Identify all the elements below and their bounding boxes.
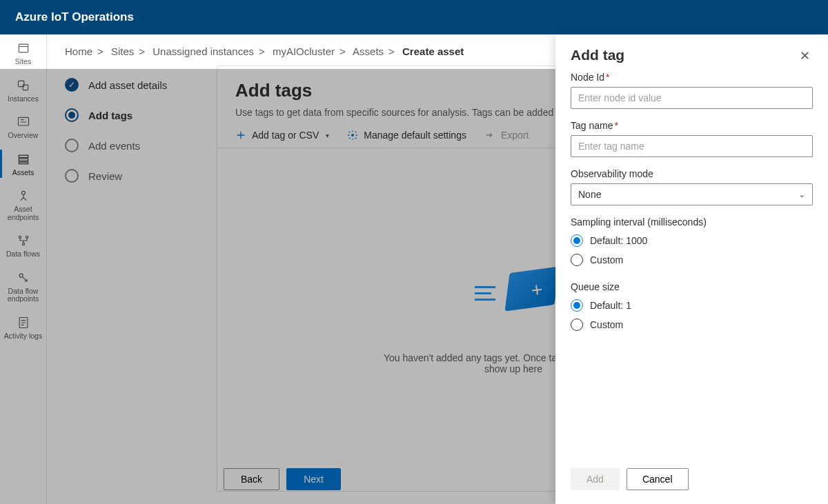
endpoint-icon	[17, 189, 30, 203]
assets-icon	[17, 152, 30, 166]
radio-label: Default: 1000	[590, 235, 647, 246]
svg-point-10	[22, 243, 24, 245]
rail-label: Instances	[8, 95, 39, 103]
svg-rect-6	[19, 162, 28, 164]
step-label: Add tags	[88, 110, 132, 121]
crumb-unassigned[interactable]: Unassigned instances	[152, 46, 254, 57]
app-title: Azure IoT Operations	[15, 10, 134, 24]
chevron-down-icon: ⌄	[798, 190, 805, 199]
step-label: Add events	[88, 140, 140, 152]
plus-icon	[235, 130, 246, 141]
rail-assets[interactable]: Assets	[0, 145, 46, 183]
crumb-home[interactable]: Home	[65, 46, 92, 57]
radio-label: Custom	[590, 319, 623, 330]
rail-activity-logs[interactable]: Activity logs	[0, 309, 46, 346]
select-value: None	[578, 189, 601, 200]
step-add-events[interactable]: Add events	[65, 139, 217, 152]
queue-custom-radio[interactable]: Custom	[571, 319, 813, 331]
export-icon	[484, 130, 495, 141]
svg-point-13	[351, 134, 354, 137]
rail-label: Overview	[8, 132, 39, 140]
check-icon	[65, 78, 79, 92]
tag-name-label: Tag name*	[571, 120, 813, 131]
crumb-sites[interactable]: Sites	[111, 46, 134, 57]
map-icon	[17, 41, 30, 55]
radio-empty-icon	[65, 139, 79, 152]
cancel-button[interactable]: Cancel	[627, 468, 689, 490]
rail-instances[interactable]: Instances	[0, 72, 46, 109]
export-button: Export	[484, 130, 529, 141]
svg-rect-5	[19, 159, 28, 161]
queue-default-radio[interactable]: Default: 1	[571, 299, 813, 312]
rail-overview[interactable]: Overview	[0, 108, 46, 145]
rail-data-flows[interactable]: Data flows	[0, 227, 46, 264]
rail-label: Data flows	[6, 250, 40, 259]
add-tag-panel: Add tag ✕ Node Id* Tag name* Observabili…	[555, 34, 828, 504]
observability-select[interactable]: None ⌄	[571, 183, 813, 205]
step-label: Add asset details	[88, 79, 167, 91]
left-rail: Sites Instances Overview Assets Asset en…	[0, 34, 47, 504]
gear-icon	[347, 130, 358, 141]
rail-label: Data flow endpoints	[1, 288, 45, 303]
step-asset-details[interactable]: Add asset details	[65, 78, 217, 92]
logs-icon	[17, 316, 30, 330]
crumb-current: Create asset	[402, 46, 464, 57]
flow-icon	[17, 234, 30, 248]
rail-asset-endpoints[interactable]: Asset endpoints	[0, 182, 46, 227]
rail-df-endpoints[interactable]: Data flow endpoints	[0, 264, 46, 309]
rail-label: Asset endpoints	[1, 205, 45, 221]
queue-label: Queue size	[571, 281, 813, 292]
close-button[interactable]: ✕	[797, 47, 813, 65]
back-button[interactable]: Back	[224, 468, 279, 490]
tag-illustration-icon: +	[458, 265, 569, 334]
svg-point-7	[21, 192, 25, 195]
node-id-input[interactable]	[571, 87, 813, 109]
radio-checked-icon	[571, 299, 583, 312]
radio-label: Default: 1	[590, 300, 631, 311]
svg-rect-4	[19, 155, 28, 157]
rail-label: Assets	[12, 169, 34, 177]
close-icon: ✕	[800, 49, 810, 63]
radio-checked-icon	[571, 234, 583, 247]
crumb-cluster[interactable]: myAIOcluster	[273, 46, 335, 57]
svg-point-9	[26, 236, 28, 239]
step-label: Review	[88, 170, 122, 182]
panel-title: Add tag	[571, 47, 624, 63]
rail-sites[interactable]: Sites	[0, 34, 46, 72]
radio-empty-icon	[571, 319, 583, 331]
observability-label: Observability mode	[571, 168, 813, 179]
sampling-default-radio[interactable]: Default: 1000	[571, 234, 813, 247]
svg-point-11	[19, 274, 23, 277]
app-header: Azure IoT Operations	[0, 0, 828, 34]
node-id-label: Node Id*	[571, 72, 813, 83]
next-button[interactable]: Next	[286, 468, 341, 490]
svg-rect-0	[19, 44, 28, 52]
crumb-assets[interactable]: Assets	[353, 46, 384, 57]
step-add-tags[interactable]: Add tags	[65, 108, 217, 122]
sampling-label: Sampling interval (milliseconds)	[571, 216, 813, 228]
svg-rect-3	[18, 117, 28, 125]
rail-label: Sites	[15, 58, 31, 66]
chevron-down-icon: ▾	[326, 132, 329, 139]
rail-label: Activity logs	[4, 332, 42, 341]
radio-empty-icon	[571, 254, 583, 266]
step-review[interactable]: Review	[65, 169, 217, 183]
instances-icon	[17, 79, 30, 92]
radio-label: Custom	[590, 254, 623, 265]
overview-icon	[17, 115, 30, 129]
tool-label: Add tag or CSV	[252, 130, 319, 141]
add-tag-button[interactable]: Add tag or CSV ▾	[235, 130, 329, 141]
tool-label: Export	[501, 130, 529, 141]
wizard-steps: Add asset details Add tags Add events Re…	[65, 65, 217, 492]
flow-endpoint-icon	[17, 271, 30, 285]
sampling-custom-radio[interactable]: Custom	[571, 254, 813, 266]
tool-label: Manage default settings	[364, 130, 466, 141]
add-button[interactable]: Add	[571, 468, 620, 490]
radio-filled-icon	[65, 108, 79, 122]
svg-point-8	[19, 236, 21, 239]
manage-defaults-button[interactable]: Manage default settings	[347, 130, 466, 141]
tag-name-input[interactable]	[571, 135, 813, 157]
radio-empty-icon	[65, 169, 79, 183]
